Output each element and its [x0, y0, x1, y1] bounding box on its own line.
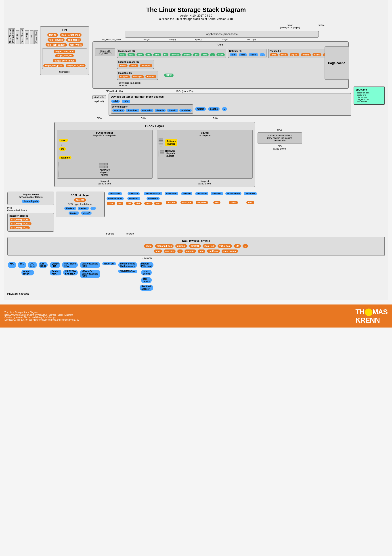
bios-right-label: BIOs — [257, 129, 302, 131]
lsi-12gbs: LSI 12GbsSAS HBA — [63, 270, 78, 275]
scsi-low-label: SCSI low level drivers — [10, 239, 382, 243]
bios-labels-row1: BIOs (block I/Os) BIOs (block I/Os) — [92, 90, 351, 93]
adaptec-raid: AdaptecRAID — [22, 270, 34, 275]
dev-zram: /dev/zram* — [108, 192, 122, 195]
vmw-pvscsi: vmw_pvscsi — [222, 249, 238, 253]
mobile-flash: mobile deviceflash memory — [118, 262, 137, 268]
stackable-fs-box: Stackable FS ecryptfs overlayfs unionfs — [117, 71, 158, 80]
dev-rssd: /dev/rssd* — [195, 192, 208, 195]
ocfs: ocfs — [201, 53, 209, 56]
vertical-labels: Fibre Channelover Ethernet iSCSI Fibre C… — [8, 28, 38, 44]
virtio-scsi: virtio_scsi — [218, 244, 232, 248]
nvme-device: nvmedevice — [141, 270, 152, 275]
scsi-mq: scsi-mq — [74, 198, 86, 202]
usbfs: usbfs — [312, 53, 321, 56]
qla2xxx: qla2xxx — [175, 244, 187, 248]
nfs: NFS — [230, 53, 237, 56]
ubi-drv: ubi — [117, 202, 123, 205]
page-subtitle: version 4.10, 2017-03-10 outlines the Li… — [7, 14, 385, 21]
scsi-more: ... — [177, 249, 183, 253]
blkmq-box: blkmq multi queue — [157, 130, 253, 179]
dev-nvme: /dev/nvme*n* — [225, 192, 242, 195]
dev-mmcblk: /dev/mmcblk*p* — [144, 192, 162, 195]
vfs-label: VFS — [95, 44, 346, 47]
target-core-pscsi: target_core_pscsi — [43, 64, 64, 67]
lvm: LVM — [122, 100, 130, 103]
vert-label-iscsi: iSCSI — [16, 31, 19, 44]
emulex-hba: EmulexHBA — [50, 270, 61, 275]
fuse: FUSE — [164, 74, 174, 77]
null-blk: null_blk — [166, 201, 177, 204]
block-layer-section: Block Layer I/O scheduler Maps BIOs to r… — [54, 122, 255, 187]
dev-vd: /dev/vd* — [181, 192, 193, 195]
dm-mirror: dm-mirror — [126, 109, 139, 112]
tmpfs: tmpfs — [119, 64, 128, 67]
mmap-label: mmap(anonymous pages) — [280, 24, 300, 29]
block-fs-more: ... — [210, 53, 215, 56]
tcm-qla2xxx: tcm_qla2xxx — [48, 38, 65, 42]
scsi-mid-layer: SCSI mid layer scsi-mq SCSI upper level … — [56, 192, 105, 217]
sysfs-fs: sysfs — [279, 53, 288, 56]
stec-device: stecdevice — [141, 277, 152, 283]
noop: noop — [59, 139, 68, 142]
dm-multipath: dm-multipath — [22, 200, 39, 203]
ifs: ifs — [163, 53, 169, 56]
scsi-transport-sas: scsi_transport_sas — [10, 222, 31, 225]
unionfs: unionfs — [145, 75, 156, 78]
xfs: xfs — [145, 53, 152, 56]
scsi-low-level: SCSI low level drivers libata megaraid_s… — [7, 237, 385, 256]
drbd: drbd — [111, 100, 120, 103]
bios-labels-row2: BIOs ↓ ↓ BIOs BIOs — [97, 117, 351, 120]
qfs: qfs — [193, 53, 200, 56]
pipefs: pipefs — [290, 53, 299, 56]
network-fs-box: Network FS NFS coda smbfs ... — [228, 49, 266, 58]
iscsi-tcp: iscsi_tcp — [203, 244, 216, 248]
scsi-low-more: ... — [242, 244, 248, 248]
ufs: ufs — [234, 244, 241, 248]
virtio-blk: virtio_blk — [181, 201, 193, 204]
optional-label: (optional) — [94, 100, 104, 103]
iscsi-target-mod: iscsi_target_mod — [60, 33, 82, 37]
smbfs-net: smbfs — [249, 53, 258, 56]
rbd-drv: rbd — [126, 202, 133, 205]
para-virt-scsi: para-virtualizedSCSI — [80, 262, 100, 268]
io-scheduler-label: I/O scheduler — [59, 131, 151, 134]
target-core-user: target_core_user — [66, 64, 86, 67]
dev-nullb: /dev/nullb* — [165, 192, 179, 195]
vert-label-usb: USB — [30, 31, 33, 44]
devices-on-top-section: Devices on top of "normal" block devices… — [109, 93, 351, 116]
vert-label-firewire: FireWire — [25, 31, 29, 44]
net-fs-more: ... — [260, 53, 265, 56]
tcm-fc: tcm_fc — [47, 33, 58, 37]
lpfc: lpfc — [198, 249, 205, 253]
ext3: ext3 — [128, 53, 135, 56]
ramfs: ramfs — [129, 64, 138, 67]
libata: libata — [144, 244, 153, 248]
ext4: ext4 — [136, 53, 144, 56]
page-cache: Page cache — [324, 46, 349, 80]
target-core-iblock: target_core_iblock — [53, 59, 76, 62]
tcm-usb-gadget: tcm_usb_gadget — [45, 43, 67, 46]
mdraid: mdraid — [195, 107, 206, 111]
applications-bar: Applications (processes) — [125, 31, 319, 38]
loop-drv: loop — [154, 202, 162, 205]
dm-cache: dm-cache — [141, 109, 153, 112]
vert-label-vhost: Virtual Host — [34, 31, 38, 44]
tcm-vhost: tcm_vhost — [68, 43, 83, 46]
vmwares-pvscsi: VMware'spara-virtualizedSCSI — [80, 270, 100, 278]
hooked-drivers-box: hooked in device drivers(they hook in li… — [257, 132, 302, 144]
proc: proc — [270, 53, 278, 56]
pseudo-fs-box: Pseudo FS proc sysfs pipefs futexfs usbf… — [268, 49, 330, 58]
maps-bios-label: Maps BIOs to requests — [59, 134, 151, 137]
btrfs: btrfs — [153, 53, 161, 56]
dvd-drive: DVDdrive — [28, 262, 37, 268]
dev-nbd: /dev/nbd* — [127, 197, 140, 200]
lio-section: LIO tcm_fc iscsi_target_mod tcm_qla2xxx … — [40, 26, 89, 75]
dot-dot-dot-dev: ... — [222, 107, 227, 111]
dev-sr-star: /dev/sr* — [68, 211, 80, 215]
pmc-sierra: PMC-SierraHBA — [62, 262, 78, 268]
blkmq-label: blkmq — [158, 131, 251, 134]
special-fs-box: Special purpose FS tmpfs ramfs devtmpfs — [117, 60, 154, 69]
scsi-transport-etc: scsi_transport_... — [10, 226, 30, 229]
ecryptfs: ecryptfs — [119, 75, 130, 78]
